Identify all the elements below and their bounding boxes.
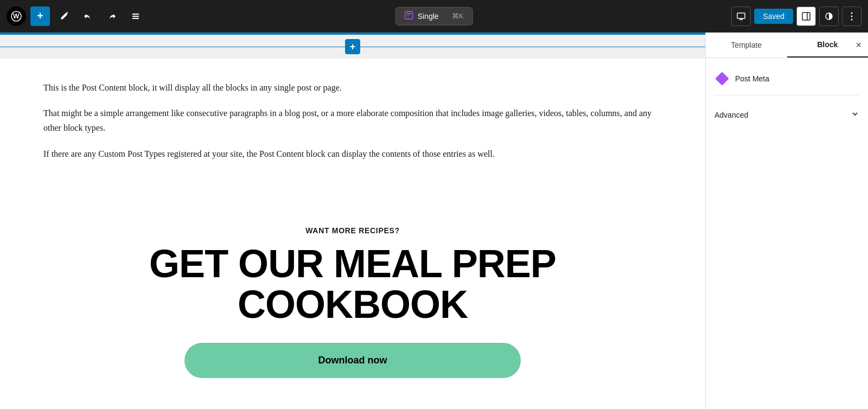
svg-point-12 bbox=[851, 12, 853, 14]
post-meta-row: Post Meta bbox=[714, 67, 859, 95]
single-template-icon bbox=[405, 11, 413, 22]
undo-button[interactable] bbox=[78, 7, 98, 26]
list-view-button[interactable] bbox=[126, 7, 145, 26]
sidebar-toggle-button[interactable] bbox=[796, 7, 816, 26]
contrast-toggle-button[interactable] bbox=[819, 7, 839, 26]
cta-subtitle: WANT MORE RECIPES? bbox=[305, 226, 400, 235]
post-meta-label: Post Meta bbox=[735, 74, 769, 83]
sidebar-close-button[interactable]: × bbox=[856, 40, 861, 51]
wp-logo[interactable]: W bbox=[7, 7, 26, 26]
sidebar-body: Post Meta Advanced bbox=[706, 58, 868, 409]
main-toolbar: W + Single ⌘K Saved bbox=[0, 0, 868, 33]
right-sidebar: Template Block × Post Meta Advanced bbox=[705, 33, 868, 409]
post-content-block: This is the Post Content block, it will … bbox=[0, 59, 705, 204]
advanced-chevron-icon bbox=[851, 110, 859, 120]
view-label: Single bbox=[418, 12, 439, 21]
svg-rect-2 bbox=[132, 14, 139, 15]
canvas-area: + This is the Post Content block, it wil… bbox=[0, 33, 705, 409]
svg-rect-3 bbox=[132, 16, 139, 17]
svg-point-13 bbox=[851, 15, 853, 17]
content-paragraph-1: This is the Post Content block, it will … bbox=[43, 80, 662, 95]
view-selector[interactable]: Single ⌘K bbox=[395, 7, 473, 25]
content-paragraph-2: That might be a simple arrangement like … bbox=[43, 106, 662, 135]
cta-title: GET OUR MEAL PREP COOKBOOK bbox=[43, 244, 662, 325]
view-selector-wrapper: Single ⌘K bbox=[395, 7, 473, 25]
canvas-add-block-button[interactable]: + bbox=[345, 39, 360, 54]
saved-button[interactable]: Saved bbox=[754, 9, 793, 24]
view-shortcut: ⌘K bbox=[452, 12, 464, 20]
svg-rect-8 bbox=[737, 13, 745, 18]
content-paragraph-3: If there are any Custom Post Types regis… bbox=[43, 146, 662, 161]
advanced-label: Advanced bbox=[714, 111, 748, 119]
more-options-button[interactable] bbox=[842, 7, 861, 26]
pencil-button[interactable] bbox=[54, 7, 74, 26]
svg-rect-6 bbox=[407, 13, 411, 14]
add-block-button[interactable]: + bbox=[30, 7, 50, 26]
advanced-section[interactable]: Advanced bbox=[714, 104, 859, 126]
svg-rect-4 bbox=[132, 18, 139, 19]
tab-template[interactable]: Template bbox=[706, 33, 787, 57]
post-meta-icon bbox=[714, 71, 730, 86]
post-meta-diamond-icon bbox=[715, 72, 729, 85]
svg-rect-7 bbox=[407, 15, 410, 16]
main-layout: + This is the Post Content block, it wil… bbox=[0, 33, 868, 409]
download-now-button[interactable]: Download now bbox=[184, 343, 521, 378]
canvas-add-row: + bbox=[0, 35, 705, 59]
toolbar-right: Saved bbox=[731, 7, 861, 26]
svg-rect-9 bbox=[802, 12, 810, 20]
svg-point-14 bbox=[851, 18, 853, 20]
redo-button[interactable] bbox=[102, 7, 122, 26]
svg-text:W: W bbox=[13, 12, 20, 20]
sidebar-tabs: Template Block × bbox=[706, 33, 868, 58]
cta-section: WANT MORE RECIPES? GET OUR MEAL PREP COO… bbox=[0, 204, 705, 409]
desktop-view-button[interactable] bbox=[731, 7, 751, 26]
